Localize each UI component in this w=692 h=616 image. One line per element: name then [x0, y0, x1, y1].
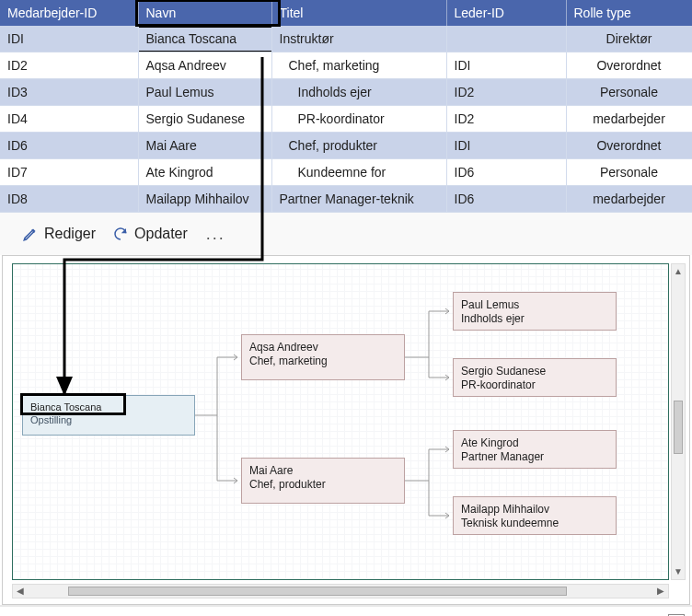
cell-title: Chef, produkter — [271, 133, 446, 159]
cell-title: Chef, marketing — [271, 52, 446, 79]
node-name: Sergio Sudanese — [461, 365, 608, 378]
scroll-right-icon[interactable]: ▶ — [653, 585, 668, 598]
vscroll-thumb[interactable] — [674, 401, 683, 454]
node-subtitle: Teknisk kundeemne — [461, 517, 608, 530]
cell-role: Personale — [566, 79, 692, 106]
vertical-scrollbar[interactable]: ▲ ▼ — [671, 263, 686, 580]
node-subtitle: Opstilling — [30, 414, 187, 427]
node-name: Mailapp Mihhailov — [461, 503, 608, 517]
diagram-pane: Bianca Toscana Opstilling Aqsa Andreev C… — [2, 255, 690, 605]
node-manager[interactable]: Aqsa Andreev Chef, marketing — [241, 334, 405, 380]
node-name: Ate Kingrod — [461, 436, 608, 450]
cell-emp-id: ID6 — [0, 133, 138, 159]
node-subtitle: Chef, produkter — [249, 478, 397, 492]
cell-emp-id: ID4 — [0, 106, 138, 133]
header-mgr-id[interactable]: Leder-ID — [446, 0, 566, 26]
cell-title: Kundeemne for — [271, 159, 446, 186]
table-row[interactable]: ID3 Paul Lemus Indholds ejer ID2 Persona… — [0, 79, 692, 106]
cell-role: medarbejder — [566, 186, 692, 213]
diagram-canvas[interactable]: Bianca Toscana Opstilling Aqsa Andreev C… — [12, 263, 669, 580]
cell-name: Paul Lemus — [138, 79, 271, 106]
table-row[interactable]: IDI Bianca Toscana Instruktør Direktør — [0, 26, 692, 52]
cell-mgr-id: ID2 — [446, 79, 566, 106]
zoom-in-button[interactable]: + — [606, 612, 622, 616]
node-subtitle: Partner Manager — [461, 450, 608, 464]
cell-name: Mai Aare — [138, 133, 271, 159]
node-subtitle: PR-koordinator — [461, 378, 608, 392]
cell-title: Partner Manager-teknik — [271, 186, 446, 213]
cell-name: Aqsa Andreev — [138, 52, 271, 79]
cell-mgr-id — [446, 26, 566, 52]
employee-table: Medarbejder-ID Navn Titel Leder-ID Rolle… — [0, 0, 692, 213]
table-row[interactable]: ID2 Aqsa Andreev Chef, marketing IDI Ove… — [0, 52, 692, 79]
cell-title: Instruktør — [271, 26, 446, 52]
table-row[interactable]: ID8 Mailapp Mihhailov Partner Manager-te… — [0, 186, 692, 213]
cell-mgr-id: ID2 — [446, 106, 566, 133]
cell-title: Indholds ejer — [271, 79, 446, 106]
more-button[interactable]: ... — [199, 223, 233, 246]
cell-mgr-id: ID6 — [446, 159, 566, 186]
cell-mgr-id: ID6 — [446, 186, 566, 213]
node-root[interactable]: Bianca Toscana Opstilling — [22, 395, 195, 436]
node-name: Paul Lemus — [461, 298, 608, 312]
node-leaf[interactable]: Sergio Sudanese PR-koordinator — [453, 358, 617, 397]
horizontal-scrollbar[interactable]: ◀ ▶ — [12, 584, 669, 599]
cell-emp-id: ID2 — [0, 52, 138, 79]
cell-mgr-id: IDI — [446, 133, 566, 159]
cell-role: Overordnet — [566, 133, 692, 159]
node-leaf[interactable]: Paul Lemus Indholds ejer — [453, 292, 617, 331]
cell-emp-id: ID7 — [0, 159, 138, 186]
toolbar: Rediger Opdater ... — [0, 213, 692, 255]
edit-button[interactable]: Rediger — [17, 222, 101, 246]
cell-mgr-id: IDI — [446, 52, 566, 79]
cell-role: Overordnet — [566, 52, 692, 79]
node-subtitle: Chef, marketing — [249, 354, 397, 368]
node-name: Aqsa Andreev — [249, 341, 397, 354]
header-name-label: Navn — [146, 6, 177, 20]
cell-role: medarbejder — [566, 106, 692, 133]
cell-role: Direktør — [566, 26, 692, 52]
cell-emp-id: ID3 — [0, 79, 138, 106]
table-row[interactable]: ID6 Mai Aare Chef, produkter IDI Overord… — [0, 133, 692, 159]
refresh-label: Opdater — [134, 226, 188, 242]
cell-name: Sergio Sudanese — [138, 106, 271, 133]
scroll-left-icon[interactable]: ◀ — [13, 585, 28, 598]
refresh-icon — [112, 226, 129, 242]
scroll-up-icon[interactable]: ▲ — [672, 264, 685, 279]
cell-name: Mailapp Mihhailov — [138, 186, 271, 213]
scroll-down-icon[interactable]: ▼ — [672, 564, 685, 579]
node-name: Mai Aare — [249, 464, 397, 478]
table-header-row: Medarbejder-ID Navn Titel Leder-ID Rolle… — [0, 0, 692, 26]
header-title[interactable]: Titel — [271, 0, 446, 26]
cell-name: Ate Kingrod — [138, 159, 271, 186]
node-subtitle: Indholds ejer — [461, 312, 608, 326]
refresh-button[interactable]: Opdater — [107, 222, 193, 246]
table-row[interactable]: ID4 Sergio Sudanese PR-koordinator ID2 m… — [0, 106, 692, 133]
cell-name-text: Bianca Toscana — [146, 31, 237, 46]
status-bar: − + 75% — [0, 605, 692, 616]
cell-name: Bianca Toscana — [138, 26, 271, 52]
hscroll-thumb[interactable] — [68, 587, 567, 596]
edit-label: Rediger — [44, 226, 96, 242]
node-leaf[interactable]: Mailapp Mihhailov Teknisk kundeemne — [453, 496, 617, 535]
node-leaf[interactable]: Ate Kingrod Partner Manager — [453, 430, 617, 469]
cell-title: PR-koordinator — [271, 106, 446, 133]
header-role-type[interactable]: Rolle type — [566, 0, 692, 26]
cell-emp-id: IDI — [0, 26, 138, 52]
pencil-icon — [22, 226, 39, 242]
header-emp-id[interactable]: Medarbejder-ID — [0, 0, 138, 26]
zoom-out-button[interactable]: − — [464, 612, 480, 616]
node-name: Bianca Toscana — [30, 401, 187, 414]
node-manager[interactable]: Mai Aare Chef, produkter — [241, 458, 405, 504]
cell-role: Personale — [566, 159, 692, 186]
cell-emp-id: ID8 — [0, 186, 138, 213]
header-name[interactable]: Navn — [138, 0, 271, 26]
table-row[interactable]: ID7 Ate Kingrod Kundeemne for ID6 Person… — [0, 159, 692, 186]
